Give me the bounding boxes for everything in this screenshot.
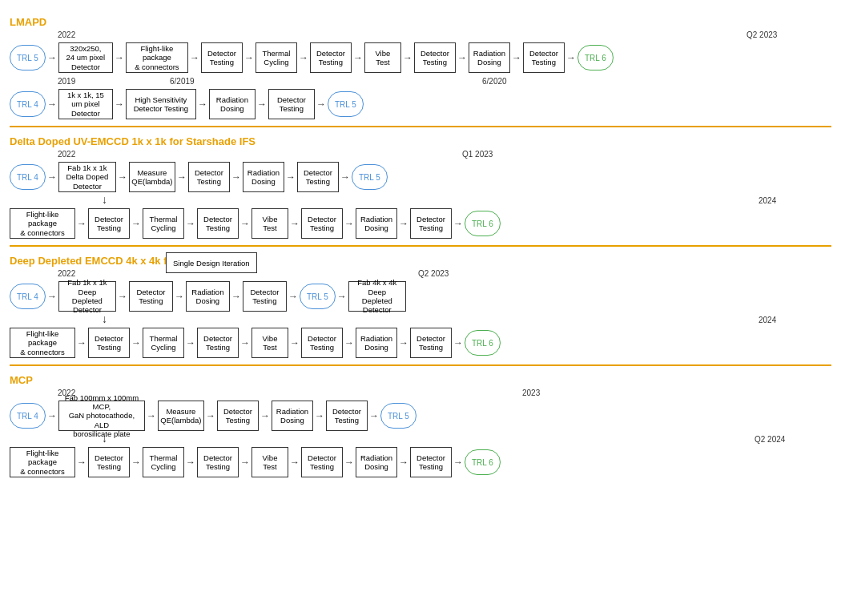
arr: → [284,171,297,183]
arr: → [343,337,356,348]
section-title-deep: Deep Depleted EMCCD 4k x 4k for Starshad… [10,255,831,267]
proc-fab-4k-deep: Fab 4k x 4kDeep DepletedDetector [348,281,406,312]
proc-det-test-1: DetectorTesting [201,42,243,73]
arr: → [175,171,188,183]
arr: → [452,457,465,468]
arr: → [230,171,243,183]
proc-rad-dos-dd2: RadiationDosing [356,208,397,239]
proc-flight-pkg-1: Flight-like package& connectors [126,42,188,73]
proc-measure-qe-mcp: MeasureQE(lambda) [158,401,204,431]
arr: → [184,218,197,229]
arr: → [130,218,143,229]
arr: → [145,410,158,421]
section-mcp: MCP 2022 2023 TRL 4 → Fab 100mm x 100mm … [10,374,831,477]
arr: → [184,337,197,348]
proc-hi-sens-det: High SensitivityDetector Testing [126,89,196,119]
proc-vibe-mcp: VibeTest [251,447,288,477]
arr: → [116,171,129,183]
section-delta-doped: Delta Doped UV-EMCCD 1k x 1k for Starsha… [10,135,831,247]
section-deep-depleted: Deep Depleted EMCCD 4k x 4k for Starshad… [10,255,831,366]
dd-row2: Flight-like package& connectors → Detect… [10,208,831,239]
arr: → [113,52,126,63]
deep-row2: Flight-like package& connectors → Detect… [10,328,831,358]
proc-thermal-deep: ThermalCycling [143,328,184,358]
proc-single-design: Single Design Iteration [166,252,257,273]
proc-det-test-dp6: DetectorTesting [410,328,452,358]
proc-thermal-1: ThermalCycling [256,42,297,73]
proc-flight-pkg-mcp: Flight-like package& connectors [10,447,75,477]
arr: → [113,99,126,110]
proc-measure-qe-dd: MeasureQE(lambda) [129,162,175,192]
arr: → [288,218,301,229]
trl5-deep: TRL 5 [300,284,336,309]
proc-det-test-dp3: DetectorTesting [88,328,130,358]
trl6-deep: TRL 6 [465,330,501,356]
arr: → [288,457,301,468]
arr: → [297,52,310,63]
arr: → [75,457,88,468]
proc-flight-pkg-deep: Flight-like package& connectors [10,328,75,358]
section-lmapd: LMAPD 2022 Q2 2023 TRL 5 → 320x250,24 um… [10,16,831,127]
arr: → [46,291,58,302]
arr: → [565,52,577,63]
trl5-mcp: TRL 5 [380,403,416,429]
proc-det-test-dp5: DetectorTesting [301,328,343,358]
trl5-lmapd: TRL 5 [10,45,46,70]
arr: → [313,410,326,421]
arr: → [452,218,465,229]
arr: → [188,52,201,63]
proc-det-test-dd2: DetectorTesting [297,162,339,192]
proc-det-test-5: DetectorTesting [268,89,315,119]
proc-det-test-mcp1: DetectorTesting [217,401,259,431]
sep-lmapd [10,126,831,127]
proc-rad-dos-mcp1: RadiationDosing [272,401,313,431]
proc-fab-mcp: Fab 100mm x 100mm MCP,GaN photocathode, … [58,401,145,431]
proc-rad-dos-1: RadiationDosing [469,42,510,73]
proc-det-test-dd3: DetectorTesting [88,208,130,239]
proc-det-test-dp2: DetectorTesting [243,281,287,312]
arr: → [46,99,58,110]
arr: → [510,52,523,63]
trl5-dd: TRL 5 [352,164,388,190]
proc-det-test-mcp2: DetectorTesting [326,401,368,431]
arr: → [116,291,129,302]
arr: → [397,337,410,348]
proc-vibe-deep: VibeTest [251,328,288,358]
proc-fab-1k-deep: Fab 1k x 1kDeep DepletedDetector [58,281,116,312]
arr: → [397,457,410,468]
arr: → [343,457,356,468]
year-2024-deep: 2024 [759,316,776,324]
proc-rad-dos-dp2: RadiationDosing [356,328,397,358]
proc-det-test-mcp5: DetectorTesting [301,447,343,477]
arr: → [352,52,364,63]
year-q22024-mcp: Q2 2024 [754,435,785,444]
proc-det-test-dd1: DetectorTesting [188,162,230,192]
section-title-lmapd: LMAPD [10,16,831,28]
arr: → [259,410,272,421]
trl6-lmapd: TRL 6 [577,45,614,70]
proc-det-test-dd4: DetectorTesting [197,208,239,239]
down-arrow-mcp: ↓ [102,433,831,444]
arr: → [46,410,58,421]
arr: → [343,218,356,229]
arr: → [452,337,465,348]
proc-rad-dos-dp1: RadiationDosing [186,281,230,312]
arr: → [75,218,88,229]
proc-det-test-3: DetectorTesting [414,42,456,73]
arr: → [287,291,300,302]
arr: → [204,410,217,421]
arr: → [130,457,143,468]
proc-det-test-dd5: DetectorTesting [301,208,343,239]
trl6-dd: TRL 6 [465,211,501,236]
year-2024-dd: 2024 [759,196,776,205]
proc-det-test-4: DetectorTesting [523,42,565,73]
arr: → [184,457,197,468]
arr: → [173,291,186,302]
arr: → [401,52,414,63]
trl4-dd: TRL 4 [10,164,46,190]
arr: → [243,52,256,63]
arr: → [46,171,58,183]
proc-1k1k-15um: 1k x 1k, 15um pixelDetector [58,89,113,119]
main-page: LMAPD 2022 Q2 2023 TRL 5 → 320x250,24 um… [0,0,841,489]
trl4-lmapd: TRL 4 [10,91,46,117]
